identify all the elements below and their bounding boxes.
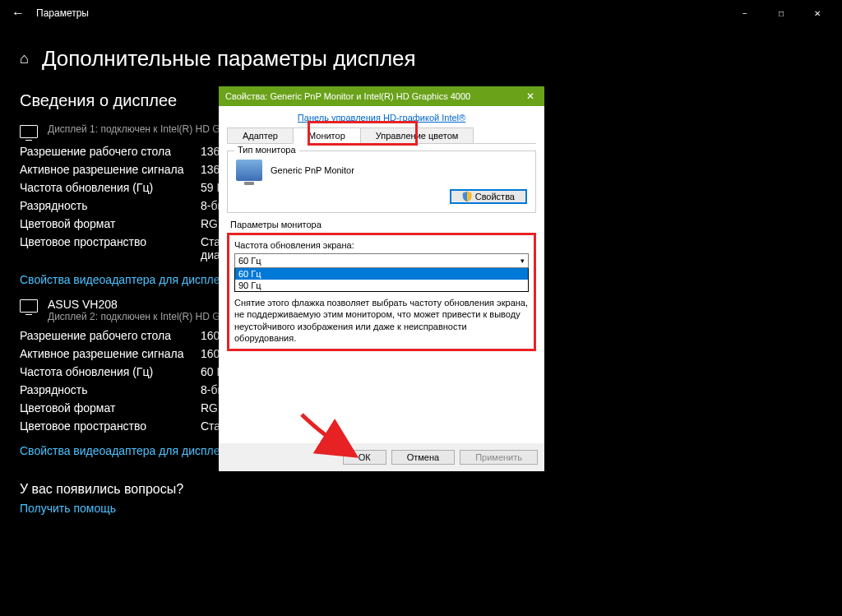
ok-button[interactable]: ОК xyxy=(343,450,386,465)
window-title: Параметры xyxy=(36,7,89,19)
spec-label: Частота обновления (Гц) xyxy=(20,365,201,378)
monitor-name: Generic PnP Monitor xyxy=(271,165,354,175)
spec-label: Разрядность xyxy=(20,383,201,396)
refresh-selected: 60 Гц xyxy=(238,256,261,266)
apply-button[interactable]: Применить xyxy=(460,450,538,465)
monitor-properties-button[interactable]: Свойства xyxy=(450,189,527,204)
display2-sub: Дисплей 2: подключен к Intel(R) HD Gr xyxy=(48,311,224,322)
groupbox-monitor-type: Тип монитора xyxy=(234,145,299,155)
dialog-close-button[interactable]: ✕ xyxy=(523,90,538,102)
dialog-tabs: Адаптер Монитор Управление цветом xyxy=(227,127,536,144)
groupbox-monitor-params: Параметры монитора xyxy=(227,220,536,229)
monitor-icon xyxy=(20,299,38,313)
monitor-device-icon xyxy=(236,160,262,181)
tab-adapter[interactable]: Адаптер xyxy=(227,127,294,143)
page-title: Дополнительные параметры дисплея xyxy=(42,46,416,72)
spec-label: Активное разрешение сигнала xyxy=(20,163,201,176)
tab-color[interactable]: Управление цветом xyxy=(360,127,474,143)
back-button[interactable]: ← xyxy=(7,6,30,21)
spec-label: Цветовой формат xyxy=(20,217,201,230)
chevron-down-icon: ▾ xyxy=(520,257,525,265)
refresh-rate-label: Частота обновления экрана: xyxy=(234,240,529,250)
props-btn-label: Свойства xyxy=(475,192,515,201)
monitor-properties-dialog: Свойства: Generic PnP Monitor и Intel(R)… xyxy=(219,86,544,471)
maximize-button[interactable]: □ xyxy=(763,0,799,26)
spec-label: Разрядность xyxy=(20,199,201,212)
tab-monitor[interactable]: Монитор xyxy=(293,127,361,144)
spec-label: Разрешение рабочего стола xyxy=(20,145,201,158)
refresh-options-dropdown: 60 Гц 90 Гц xyxy=(234,268,529,292)
spec-label: Разрешение рабочего стола xyxy=(20,329,201,342)
get-help-link[interactable]: Получить помощь xyxy=(20,502,822,515)
dialog-title: Свойства: Generic PnP Monitor и Intel(R)… xyxy=(225,91,470,101)
shield-icon xyxy=(462,192,472,201)
display1-sub: Дисплей 1: подключен к Intel(R) HD Gr xyxy=(48,123,224,135)
refresh-rate-select[interactable]: 60 Гц ▾ xyxy=(234,253,529,268)
intel-panel-link[interactable]: Панель управления HD-графикой Intel® xyxy=(227,113,536,123)
spec-label: Активное разрешение сигнала xyxy=(20,347,201,360)
close-button[interactable]: ✕ xyxy=(799,0,835,26)
cancel-button[interactable]: Отмена xyxy=(391,450,455,465)
refresh-warning-text: Снятие этого флажка позволяет выбрать ча… xyxy=(234,297,529,344)
refresh-option-60[interactable]: 60 Гц xyxy=(235,268,528,280)
questions-heading: У вас появились вопросы? xyxy=(20,482,822,497)
display2-name: ASUS VH208 xyxy=(48,298,224,311)
minimize-button[interactable]: − xyxy=(727,0,763,26)
spec-label: Цветовой формат xyxy=(20,401,201,415)
refresh-option-90[interactable]: 90 Гц xyxy=(235,280,528,291)
spec-label: Цветовое пространство xyxy=(20,419,201,433)
monitor-icon xyxy=(20,125,38,138)
home-icon[interactable]: ⌂ xyxy=(20,50,29,67)
spec-label: Цветовое пространство xyxy=(20,235,201,262)
spec-label: Частота обновления (Гц) xyxy=(20,181,201,194)
